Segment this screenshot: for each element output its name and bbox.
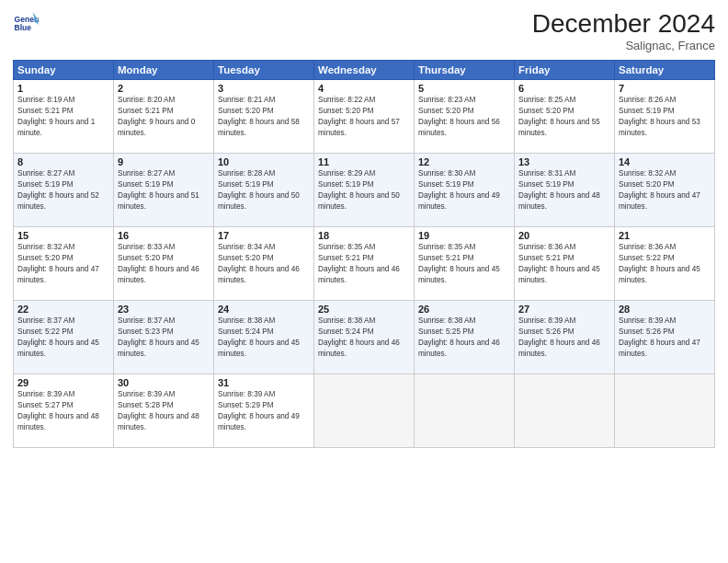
calendar-day-cell: 10Sunrise: 8:28 AMSunset: 5:19 PMDayligh… [214,154,314,227]
day-number: 1 [17,83,109,94]
calendar-day-cell: 24Sunrise: 8:38 AMSunset: 5:24 PMDayligh… [214,301,314,374]
day-number: 5 [418,83,510,94]
calendar-week-row: 22Sunrise: 8:37 AMSunset: 5:22 PMDayligh… [14,301,715,374]
calendar-day-cell: 30Sunrise: 8:39 AMSunset: 5:28 PMDayligh… [114,374,214,448]
day-info: Sunrise: 8:39 AMSunset: 5:29 PMDaylight:… [218,389,310,433]
day-number: 16 [118,230,210,241]
day-info: Sunrise: 8:30 AMSunset: 5:19 PMDaylight:… [418,168,510,213]
weekday-header-cell: Monday [114,61,214,80]
calendar-day-cell: 27Sunrise: 8:39 AMSunset: 5:26 PMDayligh… [515,301,615,374]
month-title: December 2024 [532,9,715,39]
day-number: 8 [17,156,109,167]
day-number: 9 [118,156,210,167]
generalblue-logo-icon: General Blue [13,9,39,35]
calendar-day-cell: 13Sunrise: 8:31 AMSunset: 5:19 PMDayligh… [515,154,615,227]
day-number: 27 [518,304,610,315]
day-info: Sunrise: 8:38 AMSunset: 5:24 PMDaylight:… [218,316,310,360]
day-number: 11 [318,156,410,167]
day-number: 26 [418,304,510,315]
day-info: Sunrise: 8:28 AMSunset: 5:19 PMDaylight:… [218,168,310,213]
day-number: 10 [218,156,310,167]
calendar-day-cell: 8Sunrise: 8:27 AMSunset: 5:19 PMDaylight… [14,154,114,227]
calendar-day-cell: 28Sunrise: 8:39 AMSunset: 5:26 PMDayligh… [615,301,715,374]
calendar-week-row: 15Sunrise: 8:32 AMSunset: 5:20 PMDayligh… [14,227,715,301]
day-number: 13 [518,156,610,167]
calendar-day-cell: 19Sunrise: 8:35 AMSunset: 5:21 PMDayligh… [415,227,515,301]
calendar-day-cell: 25Sunrise: 8:38 AMSunset: 5:24 PMDayligh… [314,301,415,374]
weekday-header-cell: Thursday [415,61,515,80]
weekday-header-cell: Saturday [615,61,715,80]
day-number: 17 [218,230,310,241]
calendar-day-cell: 22Sunrise: 8:37 AMSunset: 5:22 PMDayligh… [14,301,114,374]
weekday-header-row: SundayMondayTuesdayWednesdayThursdayFrid… [14,61,715,80]
day-number: 14 [619,156,711,167]
day-info: Sunrise: 8:32 AMSunset: 5:20 PMDaylight:… [17,242,109,286]
day-info: Sunrise: 8:25 AMSunset: 5:20 PMDaylight:… [518,95,610,139]
day-info: Sunrise: 8:31 AMSunset: 5:19 PMDaylight:… [518,168,610,213]
day-number: 24 [218,304,310,315]
day-info: Sunrise: 8:34 AMSunset: 5:20 PMDaylight:… [218,242,310,286]
calendar-day-cell: 7Sunrise: 8:26 AMSunset: 5:19 PMDaylight… [615,80,715,154]
calendar-day-cell: 15Sunrise: 8:32 AMSunset: 5:20 PMDayligh… [14,227,114,301]
day-number: 7 [619,83,711,94]
calendar-day-cell: 20Sunrise: 8:36 AMSunset: 5:21 PMDayligh… [515,227,615,301]
day-info: Sunrise: 8:35 AMSunset: 5:21 PMDaylight:… [318,242,410,286]
title-block: December 2024 Salignac, France [532,9,715,52]
day-number: 15 [17,230,109,241]
day-info: Sunrise: 8:26 AMSunset: 5:19 PMDaylight:… [619,95,711,139]
day-number: 28 [619,304,711,315]
day-number: 20 [518,230,610,241]
day-info: Sunrise: 8:23 AMSunset: 5:20 PMDaylight:… [418,95,510,139]
day-number: 30 [118,377,210,388]
calendar-day-cell: 17Sunrise: 8:34 AMSunset: 5:20 PMDayligh… [214,227,314,301]
day-number: 3 [218,83,310,94]
weekday-header-cell: Wednesday [314,61,415,80]
day-number: 18 [318,230,410,241]
calendar-day-cell: 21Sunrise: 8:36 AMSunset: 5:22 PMDayligh… [615,227,715,301]
calendar-day-cell: 1Sunrise: 8:19 AMSunset: 5:21 PMDaylight… [14,80,114,154]
day-info: Sunrise: 8:19 AMSunset: 5:21 PMDaylight:… [17,95,109,139]
day-number: 6 [518,83,610,94]
day-info: Sunrise: 8:22 AMSunset: 5:20 PMDaylight:… [318,95,410,139]
calendar-day-cell: 12Sunrise: 8:30 AMSunset: 5:19 PMDayligh… [415,154,515,227]
header: General Blue December 2024 Salignac, Fra… [13,9,715,52]
calendar-container: General Blue December 2024 Salignac, Fra… [0,0,728,563]
calendar-day-cell: 18Sunrise: 8:35 AMSunset: 5:21 PMDayligh… [314,227,415,301]
calendar-table: SundayMondayTuesdayWednesdayThursdayFrid… [13,60,715,448]
calendar-day-cell: 16Sunrise: 8:33 AMSunset: 5:20 PMDayligh… [114,227,214,301]
day-info: Sunrise: 8:37 AMSunset: 5:22 PMDaylight:… [17,316,109,360]
calendar-day-cell: 29Sunrise: 8:39 AMSunset: 5:27 PMDayligh… [14,374,114,448]
day-info: Sunrise: 8:33 AMSunset: 5:20 PMDaylight:… [118,242,210,286]
calendar-body: 1Sunrise: 8:19 AMSunset: 5:21 PMDaylight… [14,80,715,448]
calendar-day-cell: 26Sunrise: 8:38 AMSunset: 5:25 PMDayligh… [415,301,515,374]
day-info: Sunrise: 8:32 AMSunset: 5:20 PMDaylight:… [619,168,711,213]
day-info: Sunrise: 8:21 AMSunset: 5:20 PMDaylight:… [218,95,310,139]
calendar-day-cell: 6Sunrise: 8:25 AMSunset: 5:20 PMDaylight… [515,80,615,154]
day-number: 4 [318,83,410,94]
day-number: 29 [17,377,109,388]
day-info: Sunrise: 8:38 AMSunset: 5:25 PMDaylight:… [418,316,510,360]
calendar-day-cell: 31Sunrise: 8:39 AMSunset: 5:29 PMDayligh… [214,374,314,448]
calendar-day-cell [314,374,415,448]
calendar-day-cell: 4Sunrise: 8:22 AMSunset: 5:20 PMDaylight… [314,80,415,154]
calendar-day-cell [415,374,515,448]
day-number: 23 [118,304,210,315]
day-info: Sunrise: 8:38 AMSunset: 5:24 PMDaylight:… [318,316,410,360]
calendar-week-row: 1Sunrise: 8:19 AMSunset: 5:21 PMDaylight… [14,80,715,154]
calendar-day-cell: 9Sunrise: 8:27 AMSunset: 5:19 PMDaylight… [114,154,214,227]
day-info: Sunrise: 8:39 AMSunset: 5:27 PMDaylight:… [17,389,109,433]
weekday-header-cell: Friday [515,61,615,80]
calendar-day-cell: 5Sunrise: 8:23 AMSunset: 5:20 PMDaylight… [415,80,515,154]
day-info: Sunrise: 8:37 AMSunset: 5:23 PMDaylight:… [118,316,210,360]
day-info: Sunrise: 8:27 AMSunset: 5:19 PMDaylight:… [17,168,109,213]
calendar-day-cell: 23Sunrise: 8:37 AMSunset: 5:23 PMDayligh… [114,301,214,374]
location: Salignac, France [532,39,715,52]
calendar-day-cell [615,374,715,448]
day-info: Sunrise: 8:36 AMSunset: 5:22 PMDaylight:… [619,242,711,286]
calendar-day-cell [515,374,615,448]
day-info: Sunrise: 8:27 AMSunset: 5:19 PMDaylight:… [118,168,210,213]
day-info: Sunrise: 8:39 AMSunset: 5:26 PMDaylight:… [518,316,610,360]
calendar-week-row: 29Sunrise: 8:39 AMSunset: 5:27 PMDayligh… [14,374,715,448]
day-info: Sunrise: 8:39 AMSunset: 5:28 PMDaylight:… [118,389,210,433]
day-number: 21 [619,230,711,241]
